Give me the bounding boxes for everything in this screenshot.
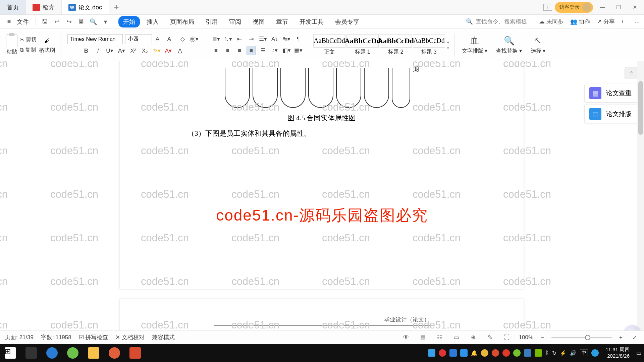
sync-status[interactable]: ☁未同步	[539, 18, 564, 25]
tab-start[interactable]: 开始	[118, 16, 140, 27]
tray-notifications-icon[interactable]: 🔔	[471, 350, 478, 356]
read-view-icon[interactable]: ▭	[452, 333, 461, 342]
numbering-button[interactable]: ⒈▾	[223, 35, 232, 44]
vertical-scrollbar[interactable]	[637, 61, 644, 344]
superscript-button[interactable]: X²	[128, 46, 138, 56]
font-name-input[interactable]	[67, 34, 123, 44]
start-button[interactable]: ⊞	[0, 344, 21, 362]
style-heading1[interactable]: AaBbCcDd	[346, 34, 379, 48]
sort-button[interactable]: A↓	[270, 35, 279, 44]
help-icon[interactable]: ⁝	[622, 18, 623, 25]
tab-insert[interactable]: 插入	[142, 16, 163, 27]
style-heading3[interactable]: AaBbCcDd	[413, 34, 445, 48]
tray-qq2-icon[interactable]	[492, 349, 499, 357]
style-heading2[interactable]: AaBbCcDd	[380, 34, 412, 48]
page-view-icon[interactable]: ▤	[418, 333, 428, 342]
side-tool-typeset[interactable]: ▤ 论文排版	[584, 105, 638, 123]
tray-action-center-icon[interactable]: ▭	[636, 350, 641, 356]
tray-qq1-icon[interactable]	[481, 349, 488, 357]
tray-app2-icon[interactable]	[439, 349, 446, 357]
tray-app5-icon[interactable]	[591, 349, 599, 357]
status-words[interactable]: 字数: 11958	[41, 334, 71, 341]
select-button[interactable]: ↖ 选择 ▾	[527, 35, 549, 55]
document-workspace[interactable]: 期 图 4.5 合同实体属性图 （3）下图是员工实体和其具备的属性。 code5…	[0, 61, 644, 344]
tray-app1-icon[interactable]	[428, 349, 435, 357]
tabs-button[interactable]: ↹▾	[282, 35, 291, 44]
collab-button[interactable]: 👥协作	[570, 18, 590, 25]
subscript-button[interactable]: X₂	[140, 46, 150, 56]
annotate-icon[interactable]: ✎	[485, 333, 495, 342]
char-shading-button[interactable]: A̲	[175, 46, 185, 56]
clear-format-icon[interactable]: ◇	[178, 35, 187, 44]
hamburger-icon[interactable]: ≡	[5, 17, 13, 26]
text-layout-button[interactable]: ⾎ 文字排版 ▾	[459, 35, 491, 55]
tab-home[interactable]: 首页	[0, 0, 26, 14]
status-compat-mode[interactable]: 兼容模式	[152, 334, 175, 341]
file-menu[interactable]: 文件	[17, 18, 29, 26]
phonetic-guide-icon[interactable]: ㊥▾	[190, 35, 199, 44]
distribute-button[interactable]: ☰	[258, 46, 268, 55]
align-justify-button[interactable]: ≡	[247, 46, 256, 55]
format-painter-button[interactable]: 🖌 格式刷	[39, 36, 55, 54]
tray-updates-icon[interactable]: ↻	[552, 350, 556, 356]
zoom-value[interactable]: 100%	[519, 334, 533, 341]
tray-app3-icon[interactable]	[449, 349, 457, 357]
show-marks-button[interactable]: ¶	[293, 35, 303, 44]
align-right-button[interactable]: ≡	[235, 46, 244, 55]
side-tool-plagiarism[interactable]: ▤ 论文查重	[584, 84, 638, 103]
tray-app4-icon[interactable]	[524, 349, 531, 357]
task-app1[interactable]	[104, 344, 125, 362]
tab-page-layout[interactable]: 页面布局	[165, 16, 199, 27]
align-left-button[interactable]: ≡	[211, 46, 221, 55]
tab-references[interactable]: 引用	[201, 16, 222, 27]
italic-button[interactable]: I	[93, 46, 103, 56]
close-button[interactable]: ✕	[628, 1, 641, 14]
paste-button[interactable]: 粘贴	[6, 35, 17, 55]
font-size-input[interactable]	[125, 34, 152, 44]
tray-volume-icon[interactable]: 🔊	[570, 350, 577, 356]
status-page[interactable]: 页面: 21/39	[5, 334, 34, 341]
taskbar-clock[interactable]: 11:31 周四 2021/8/26	[602, 347, 633, 359]
login-button[interactable]: 访客登录	[555, 2, 593, 13]
styles-more-icon[interactable]: ▴▾	[446, 39, 450, 51]
copy-button[interactable]: ⧉复制	[20, 47, 37, 54]
find-replace-button[interactable]: 🔍 查找替换 ▾	[493, 35, 525, 55]
web-view-icon[interactable]: ⊕	[469, 333, 478, 342]
tray-wechat-icon[interactable]	[513, 349, 521, 357]
zoom-in-button[interactable]: +	[619, 334, 623, 341]
align-center-button[interactable]: ≡	[223, 46, 232, 55]
print-preview-icon[interactable]: 🔍	[89, 17, 98, 26]
tray-qq3-icon[interactable]	[502, 349, 510, 357]
tray-shield-icon[interactable]	[460, 349, 468, 357]
tab-docer[interactable]: 稻壳	[26, 0, 62, 14]
tray-bluetooth-icon[interactable]: ᛒ	[545, 350, 549, 356]
task-obs[interactable]	[21, 344, 42, 362]
system-tray[interactable]: 🔔 ᛒ ↻ ⚡ 🔊 中 11:31 周四 2021/8/26 ▭	[428, 347, 644, 359]
eye-care-icon[interactable]: 👁	[401, 333, 411, 342]
command-search[interactable]: 🔍 查找命令、搜索模板	[466, 18, 527, 25]
bold-button[interactable]: B	[82, 46, 91, 56]
outline-view-icon[interactable]: ☷	[435, 333, 444, 342]
new-tab-button[interactable]: +	[109, 0, 124, 14]
tab-document[interactable]: W 论文.doc	[62, 0, 109, 14]
tray-nvidia-icon[interactable]	[535, 349, 542, 357]
font-color-button[interactable]: A▾	[164, 46, 173, 56]
strikethrough-button[interactable]: A̶▾	[117, 46, 126, 56]
cut-button[interactable]: ✂剪切	[20, 36, 37, 43]
increase-font-icon[interactable]: A⁺	[154, 35, 164, 44]
bullets-button[interactable]: ≣▾	[211, 35, 221, 44]
shading-button[interactable]: ◧▾	[282, 46, 291, 55]
minimize-button[interactable]: —	[596, 1, 609, 14]
tab-devtools[interactable]: 开发工具	[295, 16, 328, 27]
line-spacing-button[interactable]: ↕▾	[270, 46, 279, 55]
status-proofread[interactable]: ✕ 文档校对	[115, 334, 145, 341]
print-icon[interactable]: 🖶	[77, 17, 86, 26]
collapse-ribbon-icon[interactable]: ︿	[635, 19, 639, 25]
undo-icon[interactable]: ↩	[53, 17, 61, 26]
underline-button[interactable]: U▾	[105, 46, 114, 56]
tab-chapter[interactable]: 章节	[271, 16, 293, 27]
borders-button[interactable]: ▦▾	[293, 46, 303, 55]
increase-indent-button[interactable]: ⇥	[247, 35, 256, 44]
asian-layout-button[interactable]: ☰▾	[258, 35, 268, 44]
side-panel-collapse-icon[interactable]: ≙	[625, 67, 638, 79]
